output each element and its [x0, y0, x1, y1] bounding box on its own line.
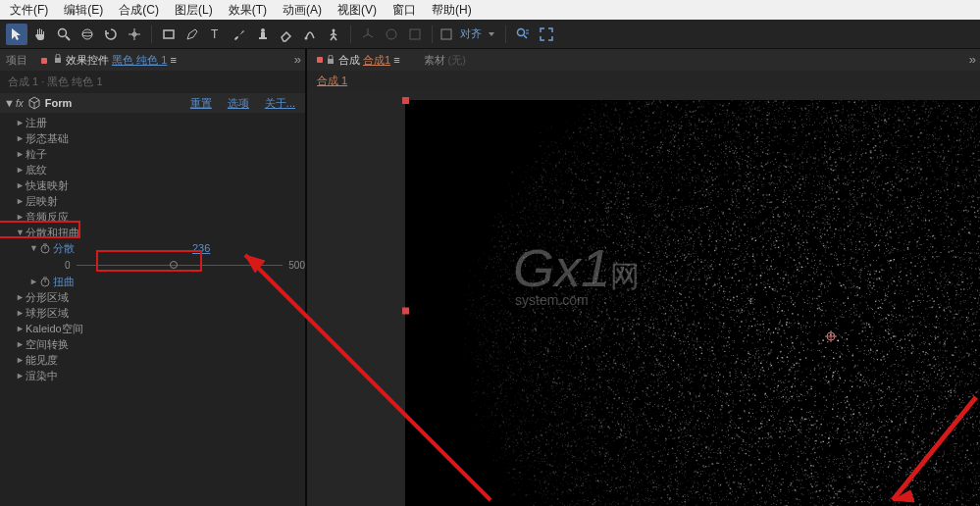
effect-name[interactable]: Form: [45, 97, 181, 109]
tree-kaleido[interactable]: ►Kaleido空间: [16, 321, 305, 336]
panel-overflow-icon[interactable]: »: [969, 52, 976, 67]
expand-icon[interactable]: ►: [16, 196, 26, 206]
svg-line-1: [66, 36, 70, 40]
link-options[interactable]: 选项: [228, 96, 249, 111]
expand-icon[interactable]: ►: [16, 133, 26, 143]
comp-handle[interactable]: [402, 308, 409, 315]
menu-anim[interactable]: 动画(A): [277, 0, 328, 21]
disperse-slider-row: 0 500: [16, 256, 305, 274]
composition-canvas[interactable]: Gx1网 system.com: [405, 100, 980, 506]
tree-register[interactable]: ►注册: [16, 115, 305, 130]
menu-layer[interactable]: 图层(L): [169, 0, 219, 21]
comp-handle[interactable]: [402, 97, 409, 104]
search-icon[interactable]: [512, 24, 534, 45]
snap-checkbox[interactable]: [438, 27, 454, 41]
tree-particle[interactable]: ►粒子: [16, 146, 305, 162]
lock-icon: [53, 54, 63, 64]
zoom-tool[interactable]: [53, 24, 75, 45]
tree-audio-react[interactable]: ►音频反应: [16, 209, 305, 225]
snap-expand-icon[interactable]: [484, 27, 499, 41]
view-axis-icon[interactable]: [404, 24, 426, 45]
stopwatch-icon[interactable]: [39, 242, 51, 254]
tree-label: 渲染中: [26, 369, 58, 383]
subtab-comp1[interactable]: 合成 1: [317, 74, 347, 88]
pen-tool[interactable]: [181, 24, 203, 45]
menu-effect[interactable]: 效果(T): [223, 0, 273, 21]
svg-rect-29: [55, 58, 61, 63]
stamp-tool[interactable]: [252, 24, 274, 45]
tree-world-transform[interactable]: ►空间转换: [16, 336, 305, 352]
composition-viewer[interactable]: Gx1网 system.com: [307, 90, 980, 506]
expand-icon[interactable]: ►: [16, 339, 26, 349]
text-tool[interactable]: T: [205, 24, 227, 45]
world-axis-icon[interactable]: [381, 24, 402, 45]
anchor-tool[interactable]: [124, 24, 145, 45]
local-axis-icon[interactable]: [357, 24, 379, 45]
expand-icon[interactable]: ►: [16, 355, 26, 365]
expand-icon[interactable]: ▼: [16, 228, 26, 237]
expand-icon[interactable]: ►: [16, 212, 26, 222]
tree-spherical-field[interactable]: ►球形区域: [16, 305, 305, 321]
expand-icon[interactable]: ►: [16, 180, 26, 190]
snap-label[interactable]: 对齐: [460, 26, 482, 41]
slider-handle[interactable]: [170, 261, 178, 269]
tree-label: Kaleido空间: [26, 322, 83, 336]
expand-icon[interactable]: ►: [16, 292, 26, 302]
roto-tool[interactable]: [299, 24, 321, 45]
svg-rect-23: [410, 29, 420, 39]
disperse-slider[interactable]: [77, 259, 284, 271]
tree-disperse-twist[interactable]: ▼分散和扭曲: [16, 225, 305, 240]
selection-tool[interactable]: [6, 24, 27, 45]
rotate-tool[interactable]: [100, 24, 122, 45]
menu-edit[interactable]: 编辑(E): [58, 0, 109, 21]
tree-shading[interactable]: ►底纹: [16, 162, 305, 177]
link-about[interactable]: 关于...: [265, 96, 295, 111]
disperse-value[interactable]: 236: [192, 242, 210, 254]
puppet-tool[interactable]: [323, 24, 344, 45]
tree-rendering[interactable]: ►渲染中: [16, 368, 305, 383]
right-panel-tabs: 合成 合成1 ≡ 素材 (无) »: [307, 49, 980, 71]
tree-layer-maps[interactable]: ►层映射: [16, 193, 305, 209]
hand-tool[interactable]: [29, 24, 51, 45]
tree-fractal-field[interactable]: ►分形区域: [16, 289, 305, 305]
tree-twist[interactable]: ► 扭曲: [16, 274, 305, 289]
tab-footage[interactable]: 素材 (无): [424, 53, 466, 68]
cube-icon: [27, 96, 41, 110]
expand-icon[interactable]: ►: [16, 165, 26, 175]
orbit-tool[interactable]: [77, 24, 98, 45]
tree-disperse[interactable]: ▼ 分散 236: [16, 240, 305, 256]
menu-comp[interactable]: 合成(C): [113, 0, 165, 21]
menu-file[interactable]: 文件(F): [4, 0, 54, 21]
menu-help[interactable]: 帮助(H): [426, 0, 478, 21]
fit-icon[interactable]: [536, 24, 557, 45]
expand-icon[interactable]: ►: [16, 308, 26, 318]
tree-label: 分散和扭曲: [26, 226, 79, 240]
menu-view[interactable]: 视图(V): [332, 0, 383, 21]
expand-icon[interactable]: ►: [16, 149, 26, 159]
menu-window[interactable]: 窗口: [387, 0, 422, 21]
rect-tool[interactable]: [158, 24, 180, 45]
tree-quick-maps[interactable]: ►快速映射: [16, 177, 305, 193]
expand-icon[interactable]: ►: [16, 371, 26, 380]
svg-point-22: [387, 29, 396, 39]
tree-label: 层映射: [26, 194, 58, 209]
tree-visibility[interactable]: ►能见度: [16, 352, 305, 368]
panel-overflow-icon[interactable]: »: [294, 52, 301, 67]
tree-base-form[interactable]: ►形态基础: [16, 130, 305, 146]
tab-composition[interactable]: 合成 合成1 ≡: [311, 53, 406, 68]
expand-icon[interactable]: ►: [29, 277, 39, 286]
stopwatch-icon[interactable]: [39, 276, 51, 287]
eraser-tool[interactable]: [276, 24, 297, 45]
toolbar: T 对齐: [0, 20, 980, 49]
expand-icon[interactable]: ▼: [29, 243, 39, 253]
left-panel-tabs: 项目 效果控件 黑色 纯色 1 ≡ »: [0, 49, 305, 71]
brush-tool[interactable]: [229, 24, 250, 45]
effect-expand-icon[interactable]: ▼: [4, 97, 12, 109]
link-reset[interactable]: 重置: [190, 96, 212, 111]
right-panel: 合成 合成1 ≡ 素材 (无) » 合成 1 Gx1网 system.com: [307, 49, 980, 506]
expand-icon[interactable]: ►: [16, 324, 26, 333]
expand-icon[interactable]: ►: [16, 118, 26, 127]
tab-project[interactable]: 项目: [4, 53, 29, 68]
tab-effect-controls[interactable]: 效果控件 黑色 纯色 1 ≡: [39, 53, 179, 68]
sub-tabs: 合成 1: [307, 71, 980, 90]
